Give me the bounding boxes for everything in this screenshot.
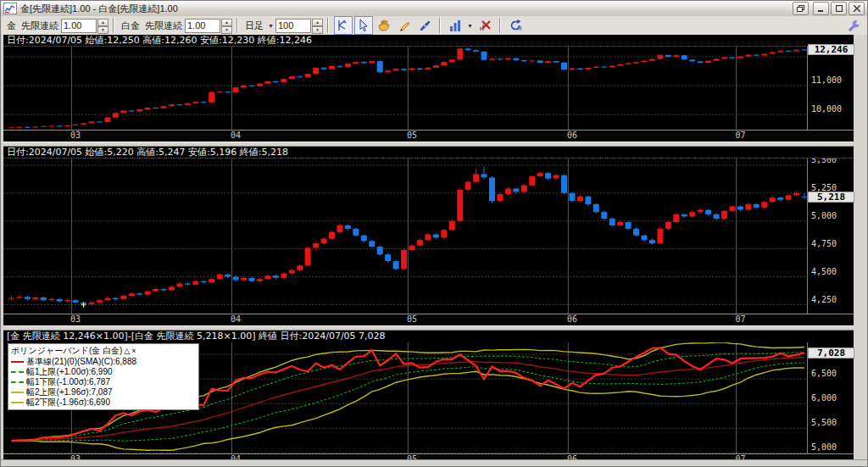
select-tool-icon[interactable] [354, 16, 373, 35]
svg-text:4,250: 4,250 [811, 295, 837, 304]
legend-title: ボリンジャーバンド(金 白金) [11, 345, 122, 357]
maximize-button[interactable] [831, 2, 847, 15]
title-bar[interactable]: 金[先限連続]1.00 - 白金[先限連続]1.00 [1, 1, 867, 17]
svg-text:5,000: 5,000 [811, 442, 837, 452]
legend-line-swatch [11, 381, 24, 383]
chevron-down-icon[interactable]: ▼ [268, 23, 274, 29]
platinum-series-label: 先限連続 [145, 19, 182, 32]
legend-close-button[interactable]: × [131, 347, 136, 355]
gold-multiplier-input[interactable]: 1.00 [61, 19, 97, 33]
x-axis-month-label: 07 [735, 131, 745, 140]
platinum-multiplier-spinner[interactable]: ▲▼ [221, 19, 232, 33]
platinum-panel: 日付:2024/07/05 始値:5,220 高値:5,247 安値:5,196… [3, 147, 855, 325]
pen-tool-icon[interactable] [415, 16, 434, 35]
separator [327, 18, 329, 33]
svg-text:11,000: 11,000 [811, 75, 842, 85]
platinum-label: 白金 [121, 19, 140, 32]
svg-text:6,000: 6,000 [811, 393, 837, 403]
svg-text:4,750: 4,750 [811, 239, 837, 248]
x-axis-month-label: 03 [70, 314, 81, 324]
separator [113, 18, 114, 33]
bollinger-legend: ボリンジャーバンド(金 白金) △ × 基準線(21)(0)(SMA)(C):6… [8, 343, 199, 410]
toolbar: 金 先限連続 1.00 ▲▼ 白金 先限連続 1.00 ▲▼ 日足 ▼ 100 … [1, 16, 867, 36]
window-title: 金[先限連続]1.00 - 白金[先限連続]1.00 [20, 3, 791, 15]
spread-panel: [金 先限連続 12,246×1.00]-[白金 先限連続 5,218×1.00… [3, 331, 855, 465]
legend-collapse-button[interactable]: △ [124, 347, 130, 355]
gold-candlestick-plot[interactable]: 11,00010,000 [3, 47, 855, 130]
pan-hand-tool-icon[interactable] [375, 16, 393, 35]
legend-item-label: 幅2下限(-1.96σ):6,690 [26, 397, 110, 409]
minimize-button[interactable] [813, 2, 829, 15]
svg-text:10,000: 10,000 [811, 104, 842, 114]
legend-line-swatch [11, 392, 24, 393]
gold-panel: 日付:2024/07/05 始値:12,250 高値:12,260 安値:12,… [3, 35, 855, 142]
window-right-frame [854, 35, 867, 467]
svg-text:6,500: 6,500 [811, 369, 837, 378]
spread-header: [金 先限連続 12,246×1.00]-[白金 先限連続 5,218×1.00… [3, 331, 855, 342]
refresh-icon[interactable]: R [506, 16, 525, 35]
window-bottom-frame [1, 459, 867, 466]
platinum-last-price-badge: 5,218 [808, 192, 854, 203]
separator [236, 18, 238, 33]
x-axis-month-label: 05 [407, 131, 417, 140]
x-axis-month-label: 04 [231, 314, 241, 324]
x-axis-month-label: 06 [567, 314, 577, 324]
platinum-multiplier-input[interactable]: 1.00 [185, 19, 220, 33]
timeframe-dropdown[interactable]: 日足 [245, 19, 264, 32]
platinum-x-axis: 0304050607 [3, 314, 855, 325]
chart-type-selector-icon[interactable] [446, 16, 465, 35]
gold-label: 金 [7, 19, 16, 32]
chart-type-dropdown-arrow[interactable]: ▼ [467, 23, 473, 29]
platinum-candlestick-plot[interactable]: 5,5005,2505,0004,7504,5004,250 [3, 158, 855, 314]
app-chart-icon [3, 3, 17, 14]
svg-text:4,500: 4,500 [811, 267, 837, 276]
crosshair-tool-icon[interactable] [334, 16, 353, 35]
float-window-button[interactable] [793, 2, 809, 15]
chart-area: 日付:2024/07/05 始値:12,250 高値:12,260 安値:12,… [3, 35, 855, 461]
gold-x-axis: 0304050607 [3, 130, 855, 142]
svg-text:5,000: 5,000 [811, 211, 837, 220]
legend-item: 幅2下限(-1.96σ):6,690 [11, 398, 196, 408]
x-axis-month-label: 07 [735, 314, 745, 324]
separator [499, 18, 501, 33]
svg-text:5,500: 5,500 [811, 158, 837, 164]
x-axis-month-label: 04 [231, 131, 241, 140]
gold-info-line: 日付:2024/07/05 始値:12,250 高値:12,260 安値:12,… [3, 35, 855, 47]
x-axis-month-label: 03 [70, 131, 81, 140]
svg-text:5,500: 5,500 [811, 418, 837, 427]
settings-wrench-icon[interactable] [844, 16, 863, 35]
legend-line-swatch [11, 402, 24, 403]
platinum-info-line: 日付:2024/07/05 始値:5,220 高値:5,247 安値:5,196… [3, 147, 855, 158]
window-left-frame [1, 35, 3, 461]
chart-window: 金[先限連続]1.00 - 白金[先限連続]1.00 金 先限連続 1.00 ▲… [0, 0, 868, 467]
bar-count-input[interactable]: 100 [275, 19, 311, 33]
x-axis-month-label: 05 [407, 314, 417, 324]
legend-line-swatch [11, 361, 24, 363]
gold-series-label: 先限連続 [21, 19, 58, 32]
svg-text:R: R [518, 25, 522, 32]
spread-last-price-badge: 7,028 [808, 347, 854, 359]
bar-count-spinner[interactable]: ▲▼ [312, 19, 323, 33]
clear-indicator-icon[interactable] [476, 16, 494, 35]
gold-last-price-badge: 12,246 [808, 44, 854, 55]
gold-multiplier-spinner[interactable]: ▲▼ [97, 19, 108, 33]
close-button[interactable] [849, 2, 865, 15]
separator [439, 18, 441, 33]
x-axis-month-label: 06 [567, 131, 577, 140]
pencil-tool-icon[interactable] [395, 16, 414, 35]
legend-line-swatch [11, 371, 24, 373]
